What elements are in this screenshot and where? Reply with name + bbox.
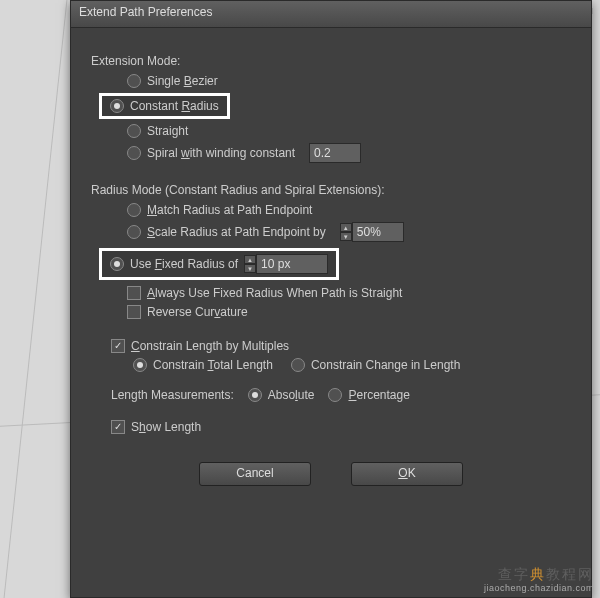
highlight-constant-radius: Constant Radius xyxy=(99,93,230,119)
checkbox-reverse-curvature[interactable]: Reverse Curvature xyxy=(127,305,571,319)
dialog-title: Extend Path Preferences xyxy=(71,1,591,28)
radius-mode-label: Radius Mode (Constant Radius and Spiral … xyxy=(91,183,571,197)
ok-button[interactable]: OK xyxy=(351,462,463,486)
spiral-constant-input[interactable] xyxy=(309,143,361,163)
radio-single-bezier[interactable]: Single Bezier xyxy=(127,74,571,88)
checkbox-always-fixed[interactable]: Always Use Fixed Radius When Path is Str… xyxy=(127,286,571,300)
radio-label: Scale Radius at Path Endpoint by xyxy=(147,225,326,239)
fixed-radius-input[interactable] xyxy=(256,254,328,274)
watermark-bottom: 查字典教程网 jiaocheng.chazidian.com xyxy=(484,566,594,594)
dialog: Extend Path Preferences Extension Mode: … xyxy=(70,0,592,598)
radio-label: Straight xyxy=(147,124,188,138)
radio-label: Percentage xyxy=(348,388,409,402)
radio-percentage[interactable]: Percentage xyxy=(328,388,409,402)
checkbox-icon xyxy=(111,420,125,434)
radio-absolute[interactable]: Absolute xyxy=(248,388,315,402)
radio-label: Match Radius at Path Endpoint xyxy=(147,203,312,217)
radio-icon xyxy=(248,388,262,402)
scale-spinner[interactable]: ▲▼ xyxy=(340,223,352,241)
checkbox-icon xyxy=(127,305,141,319)
radio-label: Constant Radius xyxy=(130,99,219,113)
checkbox-icon xyxy=(127,286,141,300)
radio-icon xyxy=(127,124,141,138)
radio-label: Use Fixed Radius of xyxy=(130,257,238,271)
radio-scale-radius[interactable]: Scale Radius at Path Endpoint by ▲▼ xyxy=(127,222,571,242)
fixed-spinner[interactable]: ▲▼ xyxy=(244,255,256,273)
checkbox-label: Reverse Curvature xyxy=(147,305,248,319)
radio-label: Constrain Total Length xyxy=(153,358,273,372)
length-measurements-label: Length Measurements: xyxy=(111,388,234,402)
checkbox-label: Show Length xyxy=(131,420,201,434)
cancel-button[interactable]: Cancel xyxy=(199,462,311,486)
radio-fixed-radius[interactable]: Use Fixed Radius of xyxy=(110,257,238,271)
highlight-fixed-radius: Use Fixed Radius of ▲▼ xyxy=(99,248,339,280)
radio-constant-radius[interactable]: Constant Radius xyxy=(110,99,219,113)
scale-value-input[interactable] xyxy=(352,222,404,242)
checkbox-icon xyxy=(111,339,125,353)
checkbox-label: Always Use Fixed Radius When Path is Str… xyxy=(147,286,402,300)
radio-icon xyxy=(110,99,124,113)
radio-icon xyxy=(127,146,141,160)
radio-label: Spiral with winding constant xyxy=(147,146,295,160)
radio-icon xyxy=(133,358,147,372)
radio-icon xyxy=(127,74,141,88)
radio-icon xyxy=(110,257,124,271)
radio-constrain-change[interactable]: Constrain Change in Length xyxy=(291,358,460,372)
radio-label: Absolute xyxy=(268,388,315,402)
radio-spiral[interactable]: Spiral with winding constant xyxy=(127,143,571,163)
radio-icon xyxy=(291,358,305,372)
radio-icon xyxy=(328,388,342,402)
radio-label: Constrain Change in Length xyxy=(311,358,460,372)
checkbox-show-length[interactable]: Show Length xyxy=(111,420,571,434)
radio-straight[interactable]: Straight xyxy=(127,124,571,138)
radio-icon xyxy=(127,203,141,217)
radio-constrain-total[interactable]: Constrain Total Length xyxy=(133,358,273,372)
checkbox-label: Constrain Length by Multiples xyxy=(131,339,289,353)
radio-label: Single Bezier xyxy=(147,74,218,88)
extension-mode-label: Extension Mode: xyxy=(91,54,571,68)
radio-icon xyxy=(127,225,141,239)
radio-match-radius[interactable]: Match Radius at Path Endpoint xyxy=(127,203,571,217)
checkbox-constrain-multiples[interactable]: Constrain Length by Multiples xyxy=(111,339,571,353)
